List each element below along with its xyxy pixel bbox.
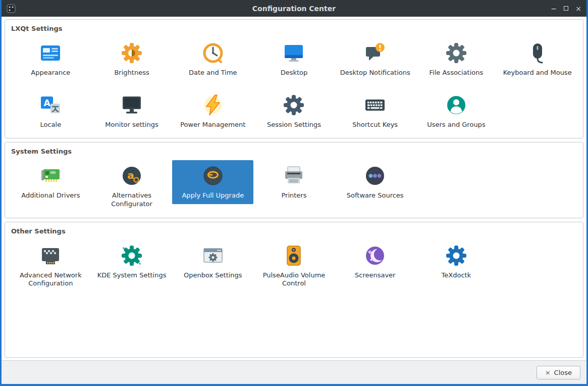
texdoctk-icon [444, 244, 468, 268]
launcher-label: Locale [40, 121, 62, 129]
kde-system-settings-icon [120, 244, 144, 268]
launcher-date-and-time[interactable]: Date and Time [172, 37, 253, 81]
launcher-desktop-notifications[interactable]: Desktop Notifications [335, 37, 416, 81]
launcher-shortcut-keys[interactable]: Shortcut Keys [335, 89, 416, 133]
launcher-locale[interactable]: A Locale [10, 89, 91, 133]
launcher-keyboard-and-mouse[interactable]: Keyboard and Mouse [497, 37, 578, 81]
screensaver-icon [363, 244, 387, 268]
launcher-advanced-network-configuration[interactable]: Advanced Network Configuration [10, 240, 91, 292]
launcher-brightness[interactable]: Brightness [91, 37, 173, 81]
group-title: LXQt Settings [11, 25, 578, 32]
launcher-label: Printers [281, 191, 306, 200]
launcher-label: Desktop [281, 69, 308, 77]
brightness-icon [120, 41, 144, 65]
close-window-button[interactable]: × [575, 5, 581, 12]
launcher-alternatives-configurator[interactable]: a Alternatives Configurator [91, 160, 173, 212]
launcher-label: Advanced Network Configuration [15, 271, 86, 288]
maximize-button[interactable] [564, 6, 568, 11]
launcher-file-associations[interactable]: File Associations [416, 37, 497, 81]
launcher-additional-drivers[interactable]: Additional Drivers [10, 160, 91, 204]
launcher-label: Appearance [31, 69, 70, 77]
content-area: LXQt Settings Appearance [2, 17, 586, 360]
file-associations-icon [444, 41, 468, 65]
other-settings-grid: Advanced Network Configuration KDE Syste… [10, 240, 578, 292]
users-groups-icon [444, 93, 468, 117]
apply-full-upgrade-icon [201, 164, 225, 188]
lxqt-settings-grid: Appearance Brightness [10, 37, 578, 133]
launcher-kde-system-settings[interactable]: KDE System Settings [91, 240, 173, 284]
launcher-session-settings[interactable]: Session Settings [253, 89, 335, 133]
close-icon: × [545, 369, 551, 376]
launcher-texdoctk[interactable]: TeXdoctk [416, 240, 497, 284]
monitor-settings-icon [120, 93, 144, 117]
launcher-label: Additional Drivers [21, 191, 80, 200]
launcher-label: Desktop Notifications [340, 69, 410, 77]
launcher-label: Monitor settings [105, 121, 158, 129]
session-settings-icon [282, 93, 306, 117]
desktop-icon [282, 41, 306, 65]
group-other-settings: Other Settings [5, 222, 583, 358]
launcher-label: KDE System Settings [97, 271, 167, 280]
launcher-label: Alternatives Configurator [96, 191, 167, 208]
launcher-label: Openbox Settings [184, 271, 242, 280]
launcher-label: Users and Groups [427, 121, 485, 129]
launcher-screensaver[interactable]: Screensaver [335, 240, 416, 284]
launcher-label: File Associations [430, 69, 484, 77]
alternatives-configurator-icon: a [120, 164, 144, 188]
launcher-apply-full-upgrade[interactable]: Apply Full Upgrade [172, 160, 253, 204]
launcher-label: Power Management [180, 121, 245, 129]
svg-text:A: A [44, 98, 51, 108]
minimize-button[interactable]: − [551, 5, 557, 12]
keyboard-mouse-icon [525, 41, 550, 65]
launcher-desktop[interactable]: Desktop [253, 37, 335, 81]
launcher-pulseaudio-volume-control[interactable]: PulseAudio Volume Control [253, 240, 335, 292]
group-title: System Settings [11, 148, 578, 155]
pulseaudio-volume-control-icon [282, 244, 306, 268]
launcher-label: TeXdoctk [442, 271, 471, 280]
window-title: Configuration Center [53, 5, 535, 13]
power-management-icon [201, 93, 225, 117]
appearance-icon [38, 41, 63, 65]
svg-text:a: a [127, 169, 134, 181]
app-icon [7, 4, 16, 13]
maximize-icon [564, 6, 568, 11]
system-settings-grid: Additional Drivers a Alternatives Config… [10, 160, 578, 212]
launcher-label: Session Settings [267, 121, 321, 129]
group-lxqt-settings: LXQt Settings Appearance [5, 19, 583, 138]
launcher-label: Date and Time [189, 69, 237, 77]
launcher-label: PulseAudio Volume Control [258, 271, 329, 288]
launcher-users-and-groups[interactable]: Users and Groups [416, 89, 497, 133]
close-button-label: Close [554, 369, 572, 376]
group-title: Other Settings [11, 227, 578, 235]
footer-bar: × Close [2, 360, 586, 384]
desktop-notifications-icon [363, 41, 387, 65]
launcher-label: Keyboard and Mouse [503, 69, 572, 77]
launcher-label: Apply Full Upgrade [182, 191, 244, 200]
launcher-label: Shortcut Keys [352, 121, 398, 129]
launcher-openbox-settings[interactable]: Openbox Settings [172, 240, 253, 284]
group-system-settings: System Settings [5, 142, 583, 218]
software-sources-icon [363, 164, 387, 188]
shortcut-keys-icon [363, 93, 387, 117]
configuration-center-window: Configuration Center − × LXQt Settings [0, 0, 588, 386]
launcher-label: Software Sources [347, 191, 404, 200]
launcher-label: Brightness [114, 69, 149, 77]
launcher-power-management[interactable]: Power Management [172, 89, 253, 133]
openbox-settings-icon [201, 244, 225, 268]
launcher-monitor-settings[interactable]: Monitor settings [91, 89, 173, 133]
date-time-icon [201, 41, 225, 65]
advanced-network-configuration-icon [38, 244, 63, 268]
printers-icon [282, 164, 306, 188]
launcher-printers[interactable]: Printers [253, 160, 335, 204]
launcher-software-sources[interactable]: Software Sources [335, 160, 416, 204]
close-button[interactable]: × Close [537, 366, 580, 379]
launcher-label: Screensaver [355, 271, 395, 280]
launcher-appearance[interactable]: Appearance [10, 37, 91, 81]
locale-icon: A [38, 93, 63, 117]
titlebar[interactable]: Configuration Center − × [2, 0, 586, 17]
additional-drivers-icon [38, 164, 63, 188]
